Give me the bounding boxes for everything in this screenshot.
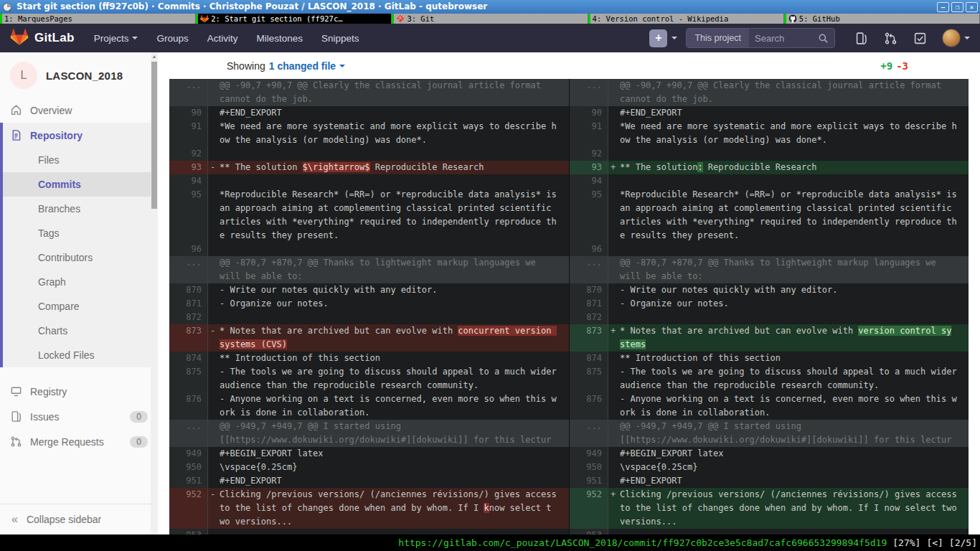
new-line-number[interactable]: 873: [569, 324, 608, 352]
diff-line-old: - Organize our notes.: [208, 297, 569, 311]
old-line-number[interactable]: 95: [169, 188, 208, 242]
chevron-down-icon[interactable]: [964, 37, 970, 39]
new-line-number[interactable]: 872: [569, 311, 608, 324]
tab[interactable]: 1: MarquesPages: [0, 14, 196, 24]
count-badge: 0: [130, 411, 148, 423]
new-line-number[interactable]: 90: [569, 106, 608, 120]
showing-label: Showing: [227, 60, 265, 72]
sidebar-item-graph[interactable]: Graph: [3, 270, 158, 294]
nav-item-label: Projects: [94, 33, 129, 44]
sidebar-item-compare[interactable]: Compare: [3, 294, 158, 319]
chevron-down-icon[interactable]: [672, 37, 677, 39]
new-line-number[interactable]: 92: [569, 147, 608, 161]
sidebar-scrollbar-thumb[interactable]: [151, 62, 157, 209]
new-line-number[interactable]: 950: [569, 461, 608, 474]
merge-request-icon[interactable]: [884, 32, 897, 45]
monitor-icon: [10, 385, 22, 397]
old-line-number[interactable]: 949: [169, 447, 208, 461]
diff-line-old: [208, 311, 569, 324]
new-line-number[interactable]: 949: [569, 447, 608, 461]
old-line-number[interactable]: 90: [169, 106, 208, 120]
diff-line-removed: -Clicking /previous versions/ (/ancienne…: [208, 488, 569, 529]
changed-files-link[interactable]: 1 changed file: [269, 60, 336, 72]
maximize-button[interactable]: ❐: [951, 2, 963, 12]
old-line-number[interactable]: 92: [169, 147, 208, 161]
tab[interactable]: 5: GitHub: [784, 14, 980, 24]
collapse-sidebar-button[interactable]: « Collapse sidebar: [0, 504, 151, 534]
diff-line-old: - The tools we are going to discuss shou…: [208, 365, 569, 392]
old-line-number[interactable]: 874: [169, 352, 208, 365]
nav-item-projects[interactable]: Projects: [85, 24, 148, 52]
new-line-number[interactable]: 94: [569, 174, 608, 188]
minimize-button[interactable]: –: [937, 2, 949, 12]
sidebar-item-commits[interactable]: Commits: [3, 172, 158, 197]
new-line-number[interactable]: 953: [569, 529, 608, 534]
search-input[interactable]: [749, 33, 818, 44]
new-line-number[interactable]: 871: [569, 297, 608, 311]
old-line-number[interactable]: 96: [169, 242, 208, 256]
old-line-number[interactable]: 93: [169, 161, 208, 174]
sidebar-item-files[interactable]: Files: [3, 148, 158, 172]
navbar-icon-buttons: [847, 32, 935, 45]
old-line-number[interactable]: 950: [169, 461, 208, 474]
sidebar-item-locked-files[interactable]: Locked Files: [3, 343, 158, 367]
new-menu-button[interactable]: +: [649, 29, 667, 47]
nav-item-activity[interactable]: Activity: [198, 24, 248, 52]
user-avatar[interactable]: [942, 29, 961, 47]
nav-item-milestones[interactable]: Milestones: [247, 24, 312, 52]
gitlab-navbar: GitLab ProjectsGroupsActivityMilestonesS…: [0, 24, 980, 52]
new-line-number[interactable]: 91: [569, 120, 608, 147]
close-button[interactable]: ✕: [966, 2, 978, 12]
new-line-number[interactable]: 870: [569, 283, 608, 297]
sidebar-scrollbar[interactable]: ▲: [151, 52, 158, 534]
sidebar-item-merge-requests[interactable]: Merge Requests0: [0, 429, 158, 454]
sidebar-item-branches[interactable]: Branches: [3, 197, 158, 221]
new-line-number[interactable]: 93: [569, 161, 608, 174]
project-header[interactable]: L LASCON_2018: [0, 52, 158, 98]
nav-item-label: Milestones: [256, 33, 303, 44]
new-line-number[interactable]: 951: [569, 474, 608, 488]
old-line-number[interactable]: 870: [169, 283, 208, 297]
old-line-number[interactable]: 873: [169, 324, 208, 352]
old-line-number[interactable]: 872: [169, 311, 208, 324]
git-diamond-icon: [396, 14, 405, 23]
nav-item-groups[interactable]: Groups: [147, 24, 197, 52]
todo-check-icon[interactable]: [913, 32, 927, 45]
sidebar-item-registry[interactable]: Registry: [0, 379, 158, 404]
sidebar-item-tags[interactable]: Tags: [3, 221, 158, 245]
new-line-number[interactable]: 95: [569, 188, 608, 242]
old-line-number[interactable]: 94: [169, 174, 208, 188]
old-line-number[interactable]: 91: [169, 120, 208, 147]
tab[interactable]: 3: Git: [392, 14, 588, 24]
hunk-ellipsis: ...: [569, 79, 608, 106]
old-line-number[interactable]: 953: [169, 529, 208, 534]
sidebar-item-contributors[interactable]: Contributors: [3, 245, 158, 270]
tab-selected[interactable]: 2: Start git section (ff927c…: [196, 14, 392, 24]
scrollbar-up-arrow-icon[interactable]: ▲: [151, 52, 158, 61]
sidebar-item-overview[interactable]: Overview: [0, 98, 158, 123]
sidebar-item-charts[interactable]: Charts: [3, 319, 158, 343]
diff-line-old: #+END_EXPORT: [208, 474, 569, 488]
diff-line-new: *We need are more systematic and more ex…: [608, 120, 969, 147]
old-line-number[interactable]: 876: [169, 392, 208, 420]
new-line-number[interactable]: 875: [569, 365, 608, 392]
old-line-number[interactable]: 875: [169, 365, 208, 392]
new-line-number[interactable]: 96: [569, 242, 608, 256]
new-line-number[interactable]: 952: [569, 488, 608, 529]
caret-down-icon[interactable]: [339, 65, 345, 67]
diff-marker: +: [611, 324, 616, 338]
gitlab-logo[interactable]: GitLab: [10, 28, 75, 49]
old-line-number[interactable]: 952: [169, 488, 208, 529]
search-scope-toggle[interactable]: This project: [687, 29, 749, 47]
nav-item-snippets[interactable]: Snippets: [312, 24, 369, 52]
sidebar-item-issues[interactable]: Issues0: [0, 404, 158, 429]
inline-diff-highlight: $\rightarrow$: [303, 162, 370, 172]
issues-icon[interactable]: [854, 32, 868, 45]
new-line-number[interactable]: 876: [569, 392, 608, 420]
sidebar-item-repository[interactable]: Repository: [3, 123, 158, 148]
tab[interactable]: 4: Version control - Wikipedia: [588, 14, 784, 24]
old-line-number[interactable]: 951: [169, 474, 208, 488]
new-line-number[interactable]: 874: [569, 352, 608, 365]
search-group: This project: [686, 28, 835, 48]
old-line-number[interactable]: 871: [169, 297, 208, 311]
